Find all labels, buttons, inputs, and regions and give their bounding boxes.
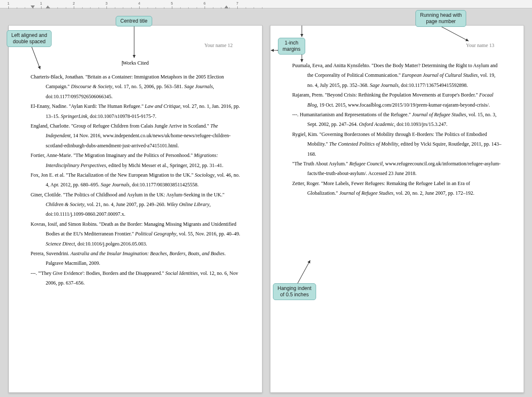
ruler-number: 7 (236, 1, 238, 5)
citation-entry: Charteris-Black, Jonathan. "Britain as a… (31, 72, 240, 102)
citation-entry: Fox, Jon E. et al. "The Racialization of… (31, 170, 240, 190)
ruler-number: 6 (203, 1, 205, 5)
annotation-margins: 1-inch margins (278, 38, 305, 55)
ruler-number: 5 (171, 1, 173, 5)
citation-entry: Kovras, Iosif, and Simon Robins. "Death … (31, 219, 240, 249)
citation-entry: "The Truth About Asylum." Refugee Counci… (292, 159, 502, 179)
ruler-number: 2 (73, 1, 75, 5)
citation-entry: ---. Humanitarianism and Representations… (292, 110, 502, 130)
ruler-number: 4 (138, 1, 140, 5)
citation-entry: Rajaram, Prem. "Beyond Crisis: Rethinkin… (292, 90, 502, 110)
citation-entry: Zetter, Roger. "More Labels, Fewer Refug… (292, 179, 502, 198)
works-cited-list-left: Charteris-Black, Jonathan. "Britain as a… (31, 72, 240, 288)
ruler-number: 1 (7, 1, 9, 5)
annotation-hanging-indent: Hanging indent of 0.5 inches (273, 283, 316, 300)
citation-entry: ---. "'They Give Evidence': Bodies, Bord… (31, 269, 240, 288)
citation-entry: Puumala, Eeva, and Anitta Kynsilehto. "D… (292, 61, 502, 90)
citation-entry: Fortier, Anne-Marie. "The Migration Imag… (31, 151, 240, 170)
works-cited-title: Works Cited (31, 60, 240, 66)
citation-entry: El-Enany, Nadine. "Aylan Kurdi: The Huma… (31, 102, 240, 121)
annotation-centred-title: Centred title (116, 16, 152, 26)
citation-entry: Perera, Suvendrini. Australia and the In… (31, 249, 240, 269)
citation-entry: England, Charlotte. "Group of Refugee Ch… (31, 121, 240, 151)
ruler-number: 1 (40, 1, 42, 5)
running-head-right: Your name 13 (466, 42, 494, 49)
annotation-left-aligned: Left aligned and double spaced (7, 30, 52, 47)
running-head-left: Your name 12 (205, 42, 233, 49)
citation-entry: Rygiel, Kim. "Governing Borderzones of M… (292, 130, 502, 159)
ruler-number: 3 (105, 1, 107, 5)
works-cited-list-right: Puumala, Eeva, and Anitta Kynsilehto. "D… (292, 61, 502, 198)
annotation-running-head: Running head with page number (415, 10, 466, 27)
document-page-13: Your name 13 Puumala, Eeva, and Anitta K… (270, 25, 524, 393)
document-page-12: Your name 12 Works Cited Charteris-Black… (8, 25, 262, 393)
citation-entry: Giner, Clotilde. "The Politics of Childh… (31, 190, 240, 219)
horizontal-ruler: 11234567 (0, 0, 532, 8)
